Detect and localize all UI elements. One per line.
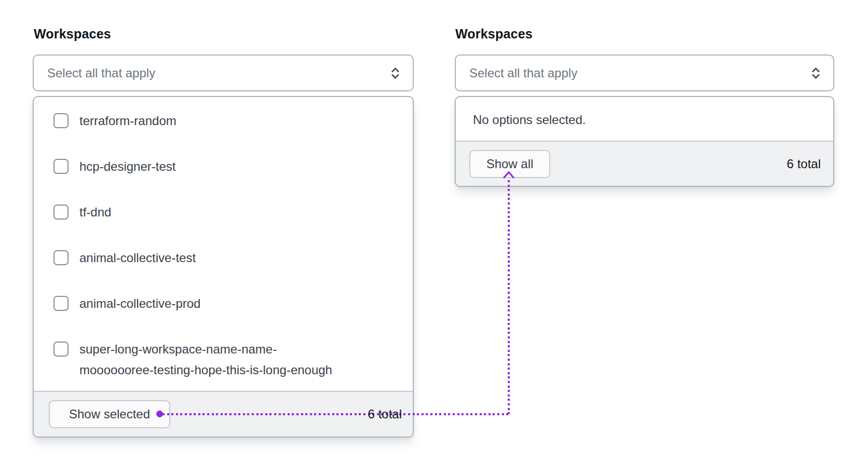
option-label: hcp-designer-test — [79, 156, 175, 177]
workspace-option[interactable]: tf-dnd — [53, 202, 394, 223]
left-workspaces-label: Workspaces — [34, 26, 111, 42]
workspace-option[interactable]: super-long-workspace-name-name- moooooor… — [53, 339, 394, 380]
show-selected-button[interactable]: Show selected — [49, 400, 170, 428]
workspace-option-list: terraform-random hcp-designer-test tf-dn… — [34, 97, 413, 391]
option-label: animal-collective-test — [79, 248, 196, 268]
workspace-option[interactable]: animal-collective-test — [53, 248, 394, 268]
checkbox[interactable] — [53, 113, 69, 128]
checkbox[interactable] — [53, 250, 69, 265]
connector-dotted-line-horizontal — [162, 413, 510, 415]
left-dropdown-panel: terraform-random hcp-designer-test tf-dn… — [33, 96, 414, 438]
right-total-count: 6 total — [787, 157, 821, 171]
empty-state-row: No options selected. — [456, 97, 833, 143]
empty-state-message: No options selected. — [473, 113, 586, 127]
left-total-count: 6 total — [368, 407, 402, 421]
workspace-option[interactable]: terraform-random — [53, 111, 394, 131]
checkbox[interactable] — [53, 205, 69, 220]
screenshot-canvas: Workspaces Select all that apply terrafo… — [0, 0, 868, 463]
option-label-line1: super-long-workspace-name-name- — [79, 339, 332, 360]
left-select-placeholder: Select all that apply — [47, 66, 390, 80]
checkbox[interactable] — [53, 296, 69, 311]
checkbox[interactable] — [53, 159, 69, 174]
workspace-option[interactable]: hcp-designer-test — [53, 156, 394, 177]
chevron-up-down-icon — [390, 67, 400, 79]
connector-arrowhead-icon — [501, 171, 516, 180]
chevron-up-down-icon — [811, 67, 821, 79]
connector-anchor-dot — [156, 411, 163, 417]
connector-dotted-line-vertical — [508, 180, 510, 415]
option-label: super-long-workspace-name-name- moooooor… — [79, 339, 332, 380]
right-workspaces-select[interactable]: Select all that apply — [455, 55, 834, 91]
option-label: animal-collective-prod — [79, 293, 200, 314]
option-label-line2: mooooooree-testing-hope-this-is-long-eno… — [79, 360, 332, 380]
workspace-option[interactable]: animal-collective-prod — [53, 293, 394, 314]
option-label: tf-dnd — [79, 202, 111, 223]
left-workspaces-select[interactable]: Select all that apply — [33, 55, 414, 91]
right-workspaces-label: Workspaces — [455, 26, 533, 42]
checkbox[interactable] — [53, 342, 69, 357]
option-label: terraform-random — [79, 111, 177, 131]
right-select-placeholder: Select all that apply — [469, 66, 811, 80]
